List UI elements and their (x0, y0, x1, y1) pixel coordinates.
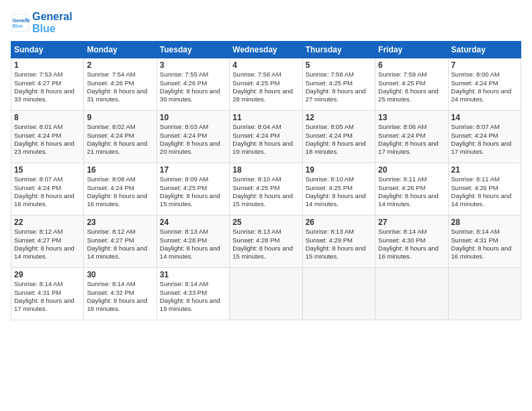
calendar-cell: 18Sunrise: 8:10 AMSunset: 4:25 PMDayligh… (230, 163, 302, 216)
day-info: Sunrise: 8:02 AM (87, 123, 153, 131)
day-info: Sunrise: 8:14 AM (160, 280, 226, 288)
day-info: Sunrise: 8:09 AM (160, 175, 226, 183)
day-info: Daylight: 8 hours and 28 minutes. (232, 87, 299, 104)
calendar-cell: 17Sunrise: 8:09 AMSunset: 4:25 PMDayligh… (157, 163, 229, 216)
day-info: Sunrise: 8:05 AM (306, 123, 372, 131)
day-info: Sunrise: 7:59 AM (378, 71, 445, 79)
day-info: Sunset: 4:25 PM (306, 184, 372, 192)
calendar-cell: 19Sunrise: 8:10 AMSunset: 4:25 PMDayligh… (302, 163, 375, 216)
day-info: Sunset: 4:25 PM (160, 184, 226, 192)
calendar-cell: 23Sunrise: 8:12 AMSunset: 4:27 PMDayligh… (84, 216, 157, 268)
week-row-3: 15Sunrise: 8:07 AMSunset: 4:24 PMDayligh… (11, 163, 521, 216)
day-info: Sunrise: 8:14 AM (451, 228, 518, 236)
day-number: 8 (14, 113, 81, 122)
day-info: Sunrise: 8:14 AM (87, 280, 153, 288)
day-info: Sunset: 4:24 PM (14, 184, 81, 192)
day-number: 16 (87, 165, 153, 175)
day-info: Daylight: 8 hours and 27 minutes. (306, 87, 372, 104)
day-info: Sunrise: 8:13 AM (306, 228, 372, 236)
day-info: Sunrise: 8:07 AM (451, 123, 518, 131)
day-info: Sunrise: 8:12 AM (87, 228, 153, 236)
calendar-cell: 10Sunrise: 8:03 AMSunset: 4:24 PMDayligh… (157, 111, 229, 163)
day-info: Sunrise: 8:11 AM (378, 175, 445, 183)
day-number: 15 (14, 165, 81, 175)
day-number: 19 (306, 165, 372, 175)
day-header-tuesday: Tuesday (157, 42, 229, 58)
calendar-cell (375, 268, 448, 320)
day-info: Daylight: 8 hours and 16 minutes. (14, 192, 81, 209)
day-info: Daylight: 8 hours and 18 minutes. (306, 140, 372, 156)
calendar-cell: 25Sunrise: 8:13 AMSunset: 4:28 PMDayligh… (230, 216, 302, 268)
day-info: Sunrise: 7:53 AM (14, 71, 81, 79)
calendar-cell: 15Sunrise: 8:07 AMSunset: 4:24 PMDayligh… (11, 163, 84, 216)
calendar-cell: 22Sunrise: 8:12 AMSunset: 4:27 PMDayligh… (11, 216, 84, 268)
day-info: Daylight: 8 hours and 16 minutes. (87, 192, 153, 209)
day-header-saturday: Saturday (448, 42, 521, 58)
day-info: Sunrise: 8:14 AM (14, 280, 81, 288)
week-row-2: 8Sunrise: 8:01 AMSunset: 4:24 PMDaylight… (11, 111, 521, 163)
day-number: 12 (306, 113, 372, 122)
calendar-cell (230, 268, 302, 320)
calendar-cell: 28Sunrise: 8:14 AMSunset: 4:31 PMDayligh… (448, 216, 521, 268)
calendar-cell: 2Sunrise: 7:54 AMSunset: 4:26 PMDaylight… (84, 58, 157, 111)
day-info: Daylight: 8 hours and 19 minutes. (160, 297, 226, 314)
day-info: Daylight: 8 hours and 16 minutes. (378, 244, 445, 261)
header: General Blue General Blue (11, 11, 521, 34)
day-number: 18 (232, 165, 299, 175)
day-info: Daylight: 8 hours and 19 minutes. (232, 140, 299, 156)
calendar-cell (302, 268, 375, 320)
day-info: Sunrise: 8:07 AM (14, 175, 81, 183)
day-info: Sunrise: 8:10 AM (232, 175, 299, 183)
day-number: 24 (160, 218, 226, 227)
day-info: Sunset: 4:33 PM (160, 289, 226, 297)
day-number: 22 (14, 218, 81, 227)
day-info: Sunrise: 7:54 AM (87, 71, 153, 79)
calendar-cell: 27Sunrise: 8:14 AMSunset: 4:30 PMDayligh… (375, 216, 448, 268)
day-info: Sunset: 4:25 PM (232, 184, 299, 192)
day-info: Sunset: 4:24 PM (232, 132, 299, 140)
day-info: Sunset: 4:31 PM (14, 289, 81, 297)
day-number: 9 (87, 113, 153, 122)
day-number: 3 (160, 60, 226, 70)
calendar-cell: 3Sunrise: 7:55 AMSunset: 4:26 PMDaylight… (157, 58, 229, 111)
day-info: Sunset: 4:25 PM (306, 79, 372, 87)
day-number: 21 (451, 165, 518, 175)
day-info: Sunset: 4:24 PM (451, 132, 518, 140)
day-info: Daylight: 8 hours and 15 minutes. (160, 192, 226, 209)
calendar-cell: 6Sunrise: 7:59 AMSunset: 4:25 PMDaylight… (375, 58, 448, 111)
calendar-cell: 11Sunrise: 8:04 AMSunset: 4:24 PMDayligh… (230, 111, 302, 163)
day-number: 31 (160, 270, 226, 279)
day-info: Sunset: 4:24 PM (160, 132, 226, 140)
day-number: 14 (451, 113, 518, 122)
day-info: Daylight: 8 hours and 18 minutes. (87, 297, 153, 314)
calendar-cell: 24Sunrise: 8:13 AMSunset: 4:28 PMDayligh… (157, 216, 229, 268)
day-info: Sunset: 4:27 PM (87, 236, 153, 244)
day-header-sunday: Sunday (11, 42, 84, 58)
day-info: Sunset: 4:25 PM (232, 79, 299, 87)
day-header-friday: Friday (375, 42, 448, 58)
day-info: Sunset: 4:24 PM (87, 184, 153, 192)
day-info: Daylight: 8 hours and 17 minutes. (14, 297, 81, 314)
calendar-cell: 1Sunrise: 7:53 AMSunset: 4:27 PMDaylight… (11, 58, 84, 111)
day-number: 6 (378, 60, 445, 70)
day-info: Sunrise: 8:11 AM (451, 175, 518, 183)
day-number: 1 (14, 60, 81, 70)
day-info: Daylight: 8 hours and 23 minutes. (14, 140, 81, 156)
main-container: General Blue General Blue SundayMondayTu… (0, 0, 532, 326)
calendar-cell: 20Sunrise: 8:11 AMSunset: 4:26 PMDayligh… (375, 163, 448, 216)
day-info: Daylight: 8 hours and 24 minutes. (451, 87, 518, 104)
logo-text: General Blue (32, 11, 73, 34)
day-info: Sunset: 4:24 PM (306, 132, 372, 140)
header-row: SundayMondayTuesdayWednesdayThursdayFrid… (11, 42, 521, 58)
day-info: Sunrise: 8:10 AM (306, 175, 372, 183)
day-info: Sunrise: 7:55 AM (160, 71, 226, 79)
calendar-cell: 26Sunrise: 8:13 AMSunset: 4:29 PMDayligh… (302, 216, 375, 268)
calendar-cell: 7Sunrise: 8:00 AMSunset: 4:24 PMDaylight… (448, 58, 521, 111)
day-info: Sunrise: 8:00 AM (451, 71, 518, 79)
day-info: Daylight: 8 hours and 17 minutes. (451, 140, 518, 156)
day-number: 17 (160, 165, 226, 175)
day-info: Sunset: 4:24 PM (14, 132, 81, 140)
day-number: 30 (87, 270, 153, 279)
calendar-cell: 31Sunrise: 8:14 AMSunset: 4:33 PMDayligh… (157, 268, 229, 320)
week-row-1: 1Sunrise: 7:53 AMSunset: 4:27 PMDaylight… (11, 58, 521, 111)
